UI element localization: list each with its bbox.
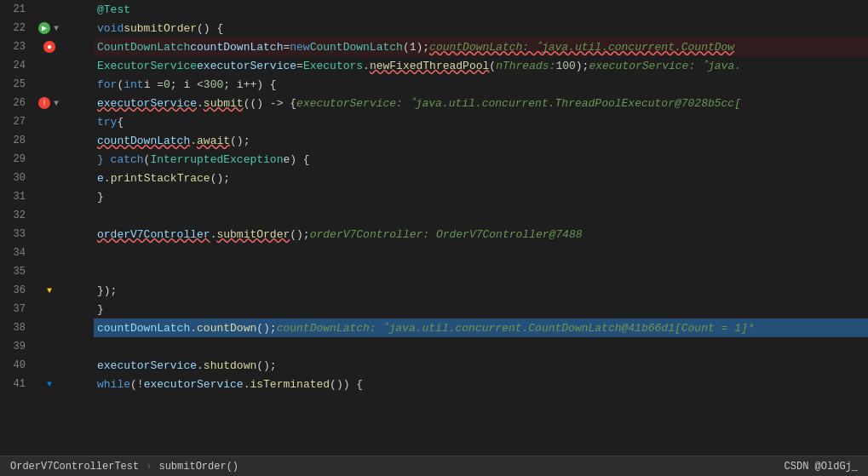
line-number: 36	[0, 284, 32, 296]
line-number: 39	[0, 341, 32, 353]
code-token: .	[197, 359, 204, 372]
breadcrumb-separator: ›	[146, 461, 152, 473]
gutter-row: 22▶▼	[0, 19, 94, 37]
code-token: nThreads:	[496, 60, 555, 72]
gutter-row: 31	[0, 187, 94, 206]
code-token: .	[190, 135, 197, 147]
line-number: 33	[0, 228, 32, 240]
gutter-icons: !▼	[32, 97, 66, 109]
line-number: 38	[0, 322, 32, 334]
code-line: countDownLatch.countDown(); countDownLat…	[94, 318, 868, 337]
code-token: ; i++) {	[223, 78, 276, 91]
code-token: }	[97, 191, 104, 204]
gutter-icons: ▼	[32, 380, 66, 389]
line-number: 21	[0, 3, 32, 15]
code-token: 100	[555, 60, 575, 72]
code-line: orderV7Controller.submitOrder(); orderV7…	[94, 225, 868, 244]
code-line	[94, 244, 868, 262]
code-line: for (int i = 0; i < 300; i++) {	[94, 75, 868, 94]
line-number: 24	[0, 60, 32, 72]
fold-icon[interactable]: ▼	[52, 99, 60, 108]
code-line: executorService.shutdown();	[94, 356, 868, 375]
code-line: void submitOrder() {	[94, 19, 868, 37]
fold-icon[interactable]: ▼	[52, 24, 60, 33]
line-number: 31	[0, 191, 32, 203]
code-token: while	[97, 378, 130, 391]
code-line: } catch (InterruptedException e) {	[94, 150, 868, 169]
gutter-icons: ▼	[32, 286, 66, 295]
code-token: newFixedThreadPool	[370, 60, 489, 72]
code-token: ();	[210, 172, 230, 185]
code-token: e) {	[283, 153, 309, 166]
line-number: 30	[0, 172, 32, 184]
code-line: try {	[94, 112, 868, 131]
code-token: =	[296, 60, 303, 72]
code-token: orderV7Controller	[97, 228, 210, 241]
code-token: executorService	[197, 60, 296, 72]
code-token: countDownLatch	[190, 41, 283, 54]
code-line: while (!executorService.isTerminated()) …	[94, 375, 868, 393]
code-token: Executors	[303, 60, 363, 72]
code-token: executorService: ˄java.	[589, 59, 741, 72]
gutter-row: 26!▼	[0, 94, 94, 112]
code-token: {	[117, 116, 124, 129]
gutter-icons: ▶▼	[32, 22, 66, 34]
code-token: .	[190, 322, 197, 335]
code-token: submitOrder	[216, 228, 290, 241]
code-token: i =	[144, 78, 164, 91]
code-token: ExecutorService	[97, 60, 197, 72]
gutter-row: 23●	[0, 37, 94, 56]
code-token: int	[124, 78, 143, 91]
gutter-row: 36▼	[0, 281, 94, 300]
gutter-icons: ●	[32, 41, 66, 53]
warning-icon[interactable]: !	[38, 97, 50, 109]
gutter-row: 40	[0, 356, 94, 375]
code-token: (1);	[403, 41, 429, 54]
line-number: 22	[0, 22, 32, 34]
code-token: countDown	[197, 322, 256, 335]
code-token: =	[283, 41, 290, 54]
code-line: }	[94, 187, 868, 206]
code-token: isTerminated	[250, 378, 330, 391]
line-number: 25	[0, 78, 32, 90]
code-token: }	[97, 303, 104, 316]
code-token: (	[144, 153, 151, 166]
code-token: );	[576, 60, 589, 72]
code-line	[94, 262, 868, 281]
breakpoint-icon[interactable]: ●	[43, 41, 55, 53]
line-number: 26	[0, 97, 32, 109]
code-token: orderV7Controller: OrderV7Controller@748…	[310, 228, 583, 241]
gutter-row: 24	[0, 56, 94, 75]
code-content[interactable]: @Test void submitOrder() { CountDownLatc…	[94, 0, 868, 456]
gutter-row: 39	[0, 337, 94, 356]
gutter-row: 33	[0, 225, 94, 244]
code-area: 2122▶▼23●242526!▼27282930313233343536▼37…	[0, 0, 868, 456]
run-icon[interactable]: ▶	[38, 22, 50, 34]
code-line	[94, 337, 868, 356]
fold-icon[interactable]: ▼	[45, 286, 54, 295]
code-token: executorService: ˄java.util.concurrent.T…	[296, 96, 741, 110]
line-gutter: 2122▶▼23●242526!▼27282930313233343536▼37…	[0, 0, 94, 456]
gutter-row: 32	[0, 206, 94, 225]
code-token: ()) {	[330, 378, 363, 391]
code-token: try	[97, 116, 117, 129]
breadcrumb-method: submitOrder()	[158, 461, 239, 473]
code-token: executorService	[97, 359, 197, 372]
code-token: submit	[204, 97, 244, 110]
code-token: 300	[204, 78, 223, 91]
line-number: 35	[0, 266, 32, 278]
code-token: submitOrder	[124, 22, 197, 35]
gutter-row: 27	[0, 112, 94, 131]
code-token: } catch	[97, 153, 144, 166]
gutter-row: 35	[0, 262, 94, 281]
line-number: 40	[0, 359, 32, 371]
code-token: .	[104, 172, 111, 185]
code-token: .	[363, 60, 370, 72]
code-token: printStackTrace	[111, 172, 210, 185]
code-token: 0	[164, 78, 170, 91]
code-line: CountDownLatch countDownLatch = new Coun…	[94, 37, 868, 56]
fold-icon[interactable]: ▼	[45, 380, 54, 389]
code-line: }	[94, 300, 868, 318]
gutter-row: 28	[0, 131, 94, 150]
code-token: executorService	[97, 97, 197, 110]
